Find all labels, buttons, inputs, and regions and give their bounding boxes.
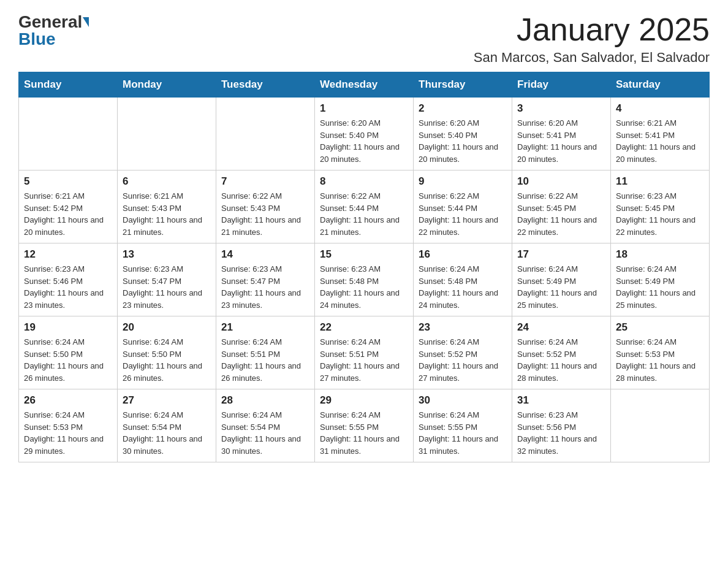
day-info: Sunrise: 6:24 AMSunset: 5:53 PMDaylight:…	[24, 409, 112, 457]
calendar-day-cell: 3Sunrise: 6:20 AMSunset: 5:41 PMDaylight…	[512, 98, 611, 170]
calendar-day-cell: 1Sunrise: 6:20 AMSunset: 5:40 PMDaylight…	[315, 98, 414, 170]
day-of-week-header: Monday	[118, 72, 216, 98]
title-block: January 2025 San Marcos, San Salvador, E…	[474, 12, 710, 66]
day-info: Sunrise: 6:20 AMSunset: 5:41 PMDaylight:…	[517, 117, 605, 165]
day-number: 17	[517, 248, 605, 261]
day-info: Sunrise: 6:23 AMSunset: 5:47 PMDaylight:…	[221, 263, 309, 311]
day-number: 15	[320, 248, 408, 261]
calendar-day-cell: 21Sunrise: 6:24 AMSunset: 5:51 PMDayligh…	[216, 316, 315, 389]
day-info: Sunrise: 6:23 AMSunset: 5:45 PMDaylight:…	[616, 190, 704, 238]
calendar-day-cell: 10Sunrise: 6:22 AMSunset: 5:45 PMDayligh…	[512, 170, 611, 243]
day-number: 29	[320, 394, 408, 407]
calendar-day-cell: 5Sunrise: 6:21 AMSunset: 5:42 PMDaylight…	[19, 170, 118, 243]
day-of-week-header: Saturday	[611, 72, 710, 98]
day-number: 3	[517, 102, 605, 115]
calendar-day-cell	[216, 98, 315, 170]
day-number: 6	[123, 175, 211, 188]
logo-blue-text: Blue	[18, 29, 56, 48]
calendar-day-cell: 25Sunrise: 6:24 AMSunset: 5:53 PMDayligh…	[611, 316, 710, 389]
day-of-week-header: Tuesday	[216, 72, 315, 98]
day-number: 22	[320, 321, 408, 334]
day-number: 26	[24, 394, 112, 407]
logo-triangle-icon	[83, 17, 89, 27]
calendar-day-cell	[118, 98, 216, 170]
day-info: Sunrise: 6:21 AMSunset: 5:43 PMDaylight:…	[123, 190, 211, 238]
day-number: 2	[419, 102, 507, 115]
calendar-day-cell: 26Sunrise: 6:24 AMSunset: 5:53 PMDayligh…	[19, 389, 118, 462]
day-info: Sunrise: 6:20 AMSunset: 5:40 PMDaylight:…	[419, 117, 507, 165]
calendar-week-row: 26Sunrise: 6:24 AMSunset: 5:53 PMDayligh…	[19, 389, 710, 462]
day-number: 4	[616, 102, 704, 115]
calendar-day-cell: 15Sunrise: 6:23 AMSunset: 5:48 PMDayligh…	[315, 243, 414, 316]
day-info: Sunrise: 6:24 AMSunset: 5:51 PMDaylight:…	[320, 336, 408, 384]
day-info: Sunrise: 6:23 AMSunset: 5:56 PMDaylight:…	[517, 409, 605, 457]
calendar-day-cell: 29Sunrise: 6:24 AMSunset: 5:55 PMDayligh…	[315, 389, 414, 462]
day-info: Sunrise: 6:22 AMSunset: 5:45 PMDaylight:…	[517, 190, 605, 238]
day-number: 21	[221, 321, 309, 334]
calendar-day-cell: 8Sunrise: 6:22 AMSunset: 5:44 PMDaylight…	[315, 170, 414, 243]
day-of-week-header: Friday	[512, 72, 611, 98]
calendar-header-row: SundayMondayTuesdayWednesdayThursdayFrid…	[19, 72, 710, 98]
day-number: 9	[419, 175, 507, 188]
day-info: Sunrise: 6:24 AMSunset: 5:48 PMDaylight:…	[419, 263, 507, 311]
day-info: Sunrise: 6:24 AMSunset: 5:55 PMDaylight:…	[320, 409, 408, 457]
day-number: 13	[123, 248, 211, 261]
calendar-day-cell: 24Sunrise: 6:24 AMSunset: 5:52 PMDayligh…	[512, 316, 611, 389]
day-number: 16	[419, 248, 507, 261]
calendar-day-cell: 9Sunrise: 6:22 AMSunset: 5:44 PMDaylight…	[414, 170, 512, 243]
day-info: Sunrise: 6:23 AMSunset: 5:48 PMDaylight:…	[320, 263, 408, 311]
day-info: Sunrise: 6:23 AMSunset: 5:47 PMDaylight:…	[123, 263, 211, 311]
day-info: Sunrise: 6:24 AMSunset: 5:49 PMDaylight:…	[616, 263, 704, 311]
calendar-day-cell: 4Sunrise: 6:21 AMSunset: 5:41 PMDaylight…	[611, 98, 710, 170]
day-info: Sunrise: 6:20 AMSunset: 5:40 PMDaylight:…	[320, 117, 408, 165]
day-info: Sunrise: 6:24 AMSunset: 5:52 PMDaylight:…	[419, 336, 507, 384]
month-title: January 2025	[474, 12, 710, 47]
calendar-day-cell: 23Sunrise: 6:24 AMSunset: 5:52 PMDayligh…	[414, 316, 512, 389]
day-info: Sunrise: 6:24 AMSunset: 5:51 PMDaylight:…	[221, 336, 309, 384]
calendar-day-cell: 22Sunrise: 6:24 AMSunset: 5:51 PMDayligh…	[315, 316, 414, 389]
calendar-day-cell: 7Sunrise: 6:22 AMSunset: 5:43 PMDaylight…	[216, 170, 315, 243]
calendar-day-cell: 28Sunrise: 6:24 AMSunset: 5:54 PMDayligh…	[216, 389, 315, 462]
day-number: 18	[616, 248, 704, 261]
calendar-week-row: 12Sunrise: 6:23 AMSunset: 5:46 PMDayligh…	[19, 243, 710, 316]
day-number: 1	[320, 102, 408, 115]
page-header: General Blue January 2025 San Marcos, Sa…	[18, 12, 710, 66]
day-number: 11	[616, 175, 704, 188]
day-info: Sunrise: 6:24 AMSunset: 5:54 PMDaylight:…	[123, 409, 211, 457]
calendar-day-cell: 30Sunrise: 6:24 AMSunset: 5:55 PMDayligh…	[414, 389, 512, 462]
day-number: 25	[616, 321, 704, 334]
day-number: 7	[221, 175, 309, 188]
day-info: Sunrise: 6:21 AMSunset: 5:41 PMDaylight:…	[616, 117, 704, 165]
location-subtitle: San Marcos, San Salvador, El Salvador	[474, 50, 710, 66]
day-number: 14	[221, 248, 309, 261]
day-number: 12	[24, 248, 112, 261]
calendar-day-cell: 19Sunrise: 6:24 AMSunset: 5:50 PMDayligh…	[19, 316, 118, 389]
day-number: 23	[419, 321, 507, 334]
calendar-week-row: 5Sunrise: 6:21 AMSunset: 5:42 PMDaylight…	[19, 170, 710, 243]
calendar-week-row: 1Sunrise: 6:20 AMSunset: 5:40 PMDaylight…	[19, 98, 710, 170]
calendar-day-cell: 13Sunrise: 6:23 AMSunset: 5:47 PMDayligh…	[118, 243, 216, 316]
calendar-day-cell: 16Sunrise: 6:24 AMSunset: 5:48 PMDayligh…	[414, 243, 512, 316]
day-info: Sunrise: 6:22 AMSunset: 5:44 PMDaylight:…	[419, 190, 507, 238]
day-info: Sunrise: 6:24 AMSunset: 5:52 PMDaylight:…	[517, 336, 605, 384]
day-info: Sunrise: 6:24 AMSunset: 5:53 PMDaylight:…	[616, 336, 704, 384]
day-of-week-header: Sunday	[19, 72, 118, 98]
day-info: Sunrise: 6:22 AMSunset: 5:44 PMDaylight:…	[320, 190, 408, 238]
day-info: Sunrise: 6:23 AMSunset: 5:46 PMDaylight:…	[24, 263, 112, 311]
day-number: 5	[24, 175, 112, 188]
calendar-week-row: 19Sunrise: 6:24 AMSunset: 5:50 PMDayligh…	[19, 316, 710, 389]
calendar-table: SundayMondayTuesdayWednesdayThursdayFrid…	[18, 72, 710, 462]
calendar-day-cell: 31Sunrise: 6:23 AMSunset: 5:56 PMDayligh…	[512, 389, 611, 462]
day-info: Sunrise: 6:24 AMSunset: 5:50 PMDaylight:…	[24, 336, 112, 384]
calendar-day-cell: 18Sunrise: 6:24 AMSunset: 5:49 PMDayligh…	[611, 243, 710, 316]
calendar-day-cell: 27Sunrise: 6:24 AMSunset: 5:54 PMDayligh…	[118, 389, 216, 462]
calendar-day-cell	[19, 98, 118, 170]
day-number: 30	[419, 394, 507, 407]
day-number: 31	[517, 394, 605, 407]
day-number: 20	[123, 321, 211, 334]
day-of-week-header: Thursday	[414, 72, 512, 98]
day-of-week-header: Wednesday	[315, 72, 414, 98]
day-info: Sunrise: 6:24 AMSunset: 5:49 PMDaylight:…	[517, 263, 605, 311]
calendar-day-cell: 12Sunrise: 6:23 AMSunset: 5:46 PMDayligh…	[19, 243, 118, 316]
calendar-day-cell: 20Sunrise: 6:24 AMSunset: 5:50 PMDayligh…	[118, 316, 216, 389]
